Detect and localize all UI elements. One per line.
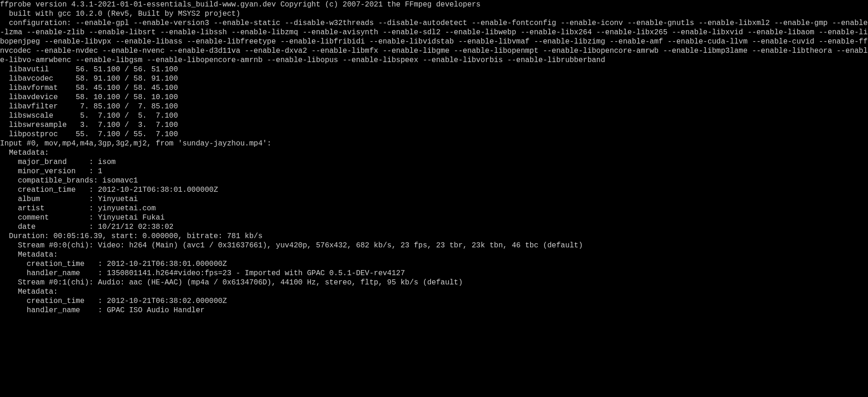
stream0-creation-time: creation_time : 2012-10-21T06:38:01.0000…	[0, 260, 227, 268]
stream1-creation-time: creation_time : 2012-10-21T06:38:02.0000…	[0, 297, 227, 305]
meta-major-brand: major_brand : isom	[0, 158, 116, 166]
input-line: Input #0, mov,mp4,m4a,3gp,3g2,mj2, from …	[0, 139, 272, 148]
libpostproc-line: libpostproc 55. 7.100 / 55. 7.100	[0, 130, 178, 139]
libswscale-line: libswscale 5. 7.100 / 5. 7.100	[0, 112, 178, 120]
terminal-output: ffprobe version 4.3.1-2021-01-01-essenti…	[0, 0, 868, 315]
libavformat-line: libavformat 58. 45.100 / 58. 45.100	[0, 84, 178, 92]
built-with-line: built with gcc 10.2.0 (Rev5, Built by MS…	[0, 10, 240, 18]
stream1-header: Stream #0:1(chi): Audio: aac (HE-AAC) (m…	[0, 278, 463, 287]
meta-compatible-brands: compatible_brands: isomavc1	[0, 176, 138, 185]
meta-album: album : Yinyuetai	[0, 195, 138, 203]
meta-date: date : 10/21/12 02:38:02	[0, 223, 173, 231]
metadata-label: Metadata:	[0, 149, 49, 157]
libavcodec-line: libavcodec 58. 91.100 / 58. 91.100	[0, 75, 178, 83]
ffprobe-version-line: ffprobe version 4.3.1-2021-01-01-essenti…	[0, 0, 481, 9]
stream0-header: Stream #0:0(chi): Video: h264 (Main) (av…	[0, 241, 583, 250]
libavdevice-line: libavdevice 58. 10.100 / 58. 10.100	[0, 93, 178, 101]
libswresample-line: libswresample 3. 7.100 / 3. 7.100	[0, 121, 178, 129]
meta-artist: artist : yinyuetai.com	[0, 204, 156, 213]
libavfilter-line: libavfilter 7. 85.100 / 7. 85.100	[0, 102, 178, 111]
meta-comment: comment : Yinyuetai Fukai	[0, 214, 165, 222]
meta-minor-version: minor_version : 1	[0, 167, 102, 176]
libavutil-line: libavutil 56. 51.100 / 56. 51.100	[0, 65, 178, 74]
stream1-handler-name: handler_name : GPAC ISO Audio Handler	[0, 306, 205, 315]
stream0-handler-name: handler_name : 1350801141.h264#video:fps…	[0, 269, 405, 277]
meta-creation-time: creation_time : 2012-10-21T06:38:01.0000…	[0, 186, 218, 194]
stream1-metadata-label: Metadata:	[0, 288, 58, 296]
duration-line: Duration: 00:05:16.39, start: 0.000000, …	[0, 232, 263, 240]
stream0-metadata-label: Metadata:	[0, 251, 58, 259]
configuration-line: configuration: --enable-gpl --enable-ver…	[0, 19, 868, 64]
